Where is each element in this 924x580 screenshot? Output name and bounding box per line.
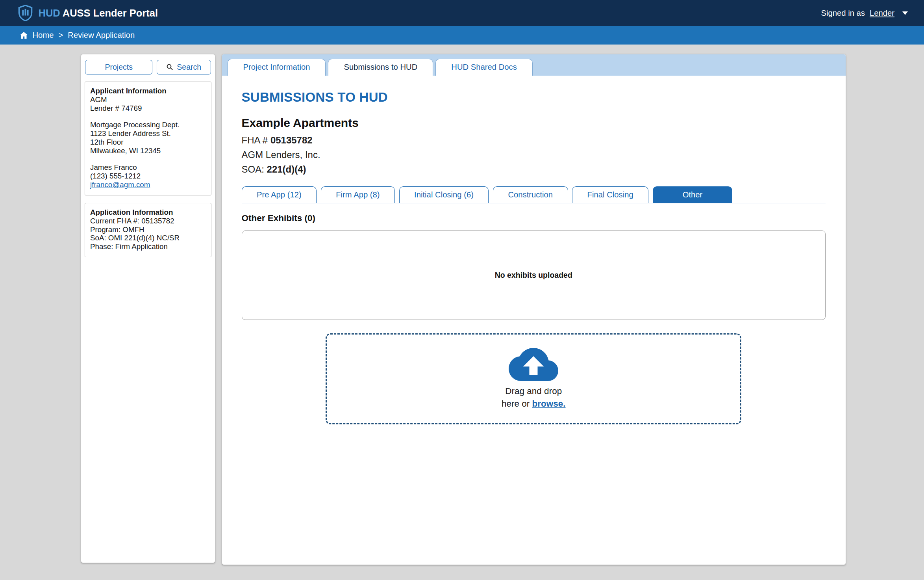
sidebar-tabs: Projects Search <box>85 60 211 75</box>
subtab-pre-app-label: Pre App (12) <box>257 190 302 199</box>
dropzone-text: Drag and drop here or browse. <box>502 385 566 410</box>
project-name: Example Apartments <box>242 116 826 130</box>
applicant-information-title: Applicant Information <box>90 87 206 95</box>
dropzone-line2: here or browse. <box>502 398 566 410</box>
applicant-org: AGM <box>90 95 206 104</box>
fha-line: FHA # 05135782 <box>242 135 826 146</box>
top-header: HUDAUSS Lender Portal Signed in as Lende… <box>0 0 924 26</box>
main-tabstrip: Project Information Submissions to HUD H… <box>222 54 846 76</box>
tab-submissions-to-hud[interactable]: Submissions to HUD <box>328 59 433 76</box>
applicant-address1: 1123 Lender Address St. <box>90 129 206 138</box>
fha-value: 05135782 <box>270 135 313 145</box>
soa-label: SOA: <box>242 164 264 175</box>
app-title: HUDAUSS Lender Portal <box>39 7 158 19</box>
browse-link[interactable]: browse. <box>532 399 566 409</box>
subtab-initial-closing[interactable]: Initial Closing (6) <box>399 186 489 203</box>
applicant-information-box: Applicant Information AGM Lender # 74769… <box>85 82 212 195</box>
phase-subtabs: Pre App (12) Firm App (8) Initial Closin… <box>242 186 826 203</box>
tab-project-information-label: Project Information <box>243 63 310 72</box>
sidebar-tab-projects-label: Projects <box>105 63 132 72</box>
caret-down-icon <box>902 11 908 15</box>
applicant-address3: Milwaukee, WI 12345 <box>90 147 206 155</box>
main-panel: Project Information Submissions to HUD H… <box>222 54 846 565</box>
breadcrumb-separator: > <box>59 31 63 40</box>
dropzone-line1: Drag and drop <box>502 385 566 398</box>
empty-message: No exhibits uploaded <box>495 271 572 280</box>
brand-rest: AUSS Lender Portal <box>63 7 158 19</box>
signed-in-user[interactable]: Lender <box>870 9 894 18</box>
subtab-firm-app-label: Firm App (8) <box>336 190 380 199</box>
lender-name: AGM Lenders, Inc. <box>242 149 826 160</box>
signed-in-label: Signed in as <box>821 9 865 18</box>
fha-label: FHA # <box>242 135 268 145</box>
applicant-address2: 12th Floor <box>90 138 206 147</box>
tab-hud-shared-docs-label: HUD Shared Docs <box>451 63 517 72</box>
tab-submissions-to-hud-label: Submissions to HUD <box>344 63 417 72</box>
tab-project-information[interactable]: Project Information <box>228 59 326 76</box>
subtab-initial-closing-label: Initial Closing (6) <box>414 190 474 199</box>
sidebar-tab-search[interactable]: Search <box>157 60 211 75</box>
applicant-dept: Mortgage Processing Dept. <box>90 121 206 129</box>
sidebar-tab-projects[interactable]: Projects <box>85 60 152 75</box>
exhibits-empty-panel: No exhibits uploaded <box>242 231 826 320</box>
soa-value: 221(d)(4) <box>267 164 306 175</box>
breadcrumb-current: Review Application <box>68 31 135 40</box>
applicant-contact-phone: (123) 555-1212 <box>90 172 206 180</box>
application-information-title: Application Information <box>90 208 206 217</box>
soa-line: SOA: 221(d)(4) <box>242 164 826 175</box>
application-information-box: Application Information Current FHA #: 0… <box>85 203 212 257</box>
upload-dropzone[interactable]: Drag and drop here or browse. <box>326 333 741 424</box>
applicant-contact-email-link[interactable]: jfranco@agm.com <box>90 180 150 189</box>
subtab-other-label: Other <box>683 190 703 199</box>
page: HUDAUSS Lender Portal Signed in as Lende… <box>0 0 924 580</box>
cloud-upload-icon <box>509 348 558 381</box>
application-current-fha: Current FHA #: 05135782 <box>90 217 206 225</box>
home-icon <box>20 32 28 39</box>
application-soa: SoA: OMI 221(d)(4) NC/SR <box>90 234 206 242</box>
application-program: Program: OMFH <box>90 225 206 234</box>
subtab-final-closing-label: Final Closing <box>587 190 633 199</box>
tab-hud-shared-docs[interactable]: HUD Shared Docs <box>435 59 533 76</box>
page-title: SUBMISSIONS TO HUD <box>242 90 826 105</box>
brand: HUDAUSS Lender Portal <box>18 5 158 21</box>
main-body: SUBMISSIONS TO HUD Example Apartments FH… <box>222 76 846 424</box>
subtab-construction-label: Construction <box>508 190 553 199</box>
subtab-other[interactable]: Other <box>653 186 733 203</box>
breadcrumb-home-link[interactable]: Home <box>33 31 54 40</box>
breadcrumb: Home > Review Application <box>0 26 924 45</box>
brand-hud: HUD <box>39 7 60 19</box>
hud-shield-icon <box>18 5 33 21</box>
application-phase: Phase: Firm Application <box>90 242 206 251</box>
user-menu[interactable]: Signed in as Lender <box>821 9 907 18</box>
exhibits-section-title: Other Exhibits (0) <box>242 213 826 223</box>
subtab-firm-app[interactable]: Firm App (8) <box>321 186 395 203</box>
sidebar-tab-search-label: Search <box>177 63 201 72</box>
subtab-final-closing[interactable]: Final Closing <box>572 186 648 203</box>
sidebar: Projects Search Applicant Information AG… <box>81 54 215 563</box>
dropzone-line2-prefix: here or <box>502 399 530 409</box>
search-icon <box>166 63 173 71</box>
content-area: Projects Search Applicant Information AG… <box>0 45 924 580</box>
subtab-construction[interactable]: Construction <box>493 186 568 203</box>
subtab-pre-app[interactable]: Pre App (12) <box>242 186 317 203</box>
applicant-lender-number: Lender # 74769 <box>90 104 206 113</box>
applicant-contact-name: James Franco <box>90 163 206 172</box>
